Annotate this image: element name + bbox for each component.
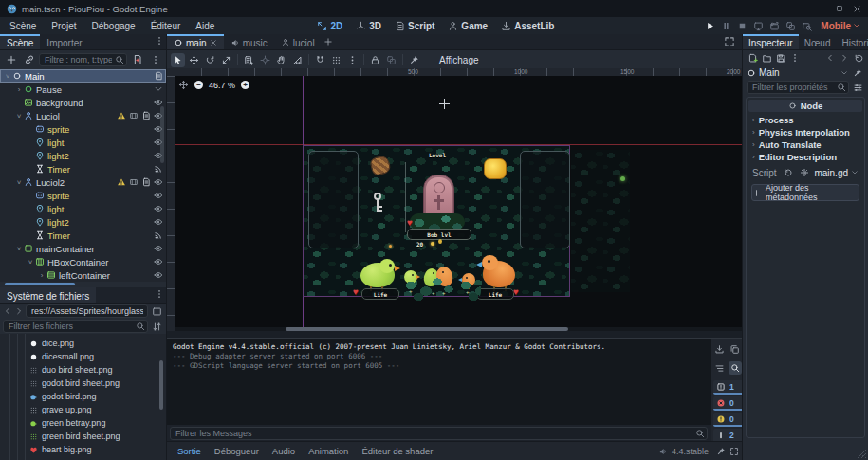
bottom-tab-Animation[interactable]: Animation xyxy=(302,446,355,456)
instance-scene-button[interactable] xyxy=(22,53,36,67)
file-heart big.png[interactable]: heart big.png xyxy=(0,443,166,456)
file-list-scrollbar[interactable] xyxy=(159,360,163,410)
tool-pan-button[interactable] xyxy=(274,53,288,67)
resource-menu-button[interactable] xyxy=(788,51,802,64)
pin-bottom-panel-button[interactable] xyxy=(714,445,728,458)
fs-split-view-button[interactable] xyxy=(150,304,163,318)
tree-row-Timer[interactable]: Timer xyxy=(0,229,166,242)
run-moviemag-button[interactable] xyxy=(800,19,814,32)
workspace-Script[interactable]: Script xyxy=(388,21,441,31)
tool-pinicon-button[interactable] xyxy=(407,53,421,67)
chev-badge-icon[interactable] xyxy=(154,84,163,94)
run-pause-button[interactable] xyxy=(719,19,733,32)
tree-row-light[interactable]: light xyxy=(0,136,166,149)
fs-path-input[interactable] xyxy=(26,304,148,318)
tool-lock-button[interactable] xyxy=(368,53,382,67)
property-tools-button[interactable] xyxy=(851,81,864,94)
property-filter-input[interactable] xyxy=(747,81,849,94)
tree-row-Main[interactable]: ˅ Main xyxy=(0,69,166,83)
tool-grid-button[interactable] xyxy=(329,53,343,67)
message-filter-input[interactable] xyxy=(170,427,708,440)
scene-tab-luciol[interactable]: luciol xyxy=(274,34,322,49)
menu-Scène[interactable]: Scène xyxy=(2,21,44,31)
pan-view-icon[interactable] xyxy=(178,80,189,90)
file-duo bird sheet.png[interactable]: duo bird sheet.png xyxy=(0,363,166,377)
minimize-button[interactable] xyxy=(814,2,831,15)
tree-row-leftContainer[interactable]: › leftContainer xyxy=(0,268,166,282)
workspace-2D[interactable]: 2D xyxy=(310,21,349,31)
scene-tree-hscrollbar[interactable] xyxy=(5,283,75,285)
eye-badge-icon[interactable] xyxy=(154,257,163,267)
pin-object-button[interactable] xyxy=(851,66,864,80)
section-node[interactable]: Node xyxy=(748,100,862,112)
save-resource-button[interactable] xyxy=(774,51,787,64)
tree-row-light2[interactable]: light2 xyxy=(0,215,166,229)
viewport-hscrollbar[interactable] xyxy=(175,327,743,331)
tool-ruler-button[interactable] xyxy=(290,53,305,67)
tree-row-sprite[interactable]: sprite xyxy=(0,189,166,202)
chevron-down-icon[interactable] xyxy=(851,169,859,176)
script-badge-icon[interactable] xyxy=(141,177,151,187)
tool-pivot-button[interactable] xyxy=(258,53,272,67)
eye-badge-icon[interactable] xyxy=(154,244,163,253)
maximize-button[interactable] xyxy=(831,2,848,15)
tool-scale-button[interactable] xyxy=(219,53,233,67)
workspace-Game[interactable]: Game xyxy=(441,21,494,31)
close-tab-icon[interactable] xyxy=(210,39,217,46)
eye-badge-icon[interactable] xyxy=(154,217,163,227)
signal-badge-icon[interactable] xyxy=(154,230,163,240)
scene-tree-menu[interactable] xyxy=(148,53,162,67)
run-target-dropdown[interactable]: Mobile xyxy=(821,21,860,31)
warn-badge-icon[interactable] xyxy=(117,111,126,120)
eye-badge-icon[interactable] xyxy=(154,191,163,200)
window-resize-grip[interactable] xyxy=(857,449,866,458)
add-metadata-button[interactable]: Ajouter des métadonnées xyxy=(751,184,859,201)
property-filter[interactable] xyxy=(747,81,849,94)
history-list-button[interactable] xyxy=(852,51,865,64)
tree-row-Pause[interactable]: › Pause xyxy=(0,83,166,96)
zoom-level[interactable]: 46.7 % xyxy=(209,81,235,90)
run-play-button[interactable] xyxy=(703,19,717,32)
script-undo-button[interactable] xyxy=(782,166,795,179)
load-resource-button[interactable] xyxy=(760,51,773,64)
edited-node-name[interactable]: Main xyxy=(759,67,838,78)
tree-row-mainContainer[interactable]: ˅ mainContainer xyxy=(0,242,166,255)
fs-filter[interactable] xyxy=(3,320,148,333)
scene-tree-vscrollbar[interactable] xyxy=(160,106,164,163)
scene-dock-menu[interactable] xyxy=(153,34,166,47)
warn-badge-icon[interactable] xyxy=(117,177,126,187)
script-badge-icon[interactable] xyxy=(154,71,163,81)
file-green bird sheet.png[interactable]: green bird sheet.png xyxy=(0,430,166,443)
tab-filesystem[interactable]: Système de fichiers xyxy=(0,287,96,303)
tool-snap-button[interactable] xyxy=(313,53,327,67)
collapse-messages-button[interactable] xyxy=(713,361,727,375)
tree-row-light2[interactable]: light2 xyxy=(0,149,166,162)
mute-speaker-icon[interactable] xyxy=(658,447,668,456)
output-filter-msg[interactable]: 1 xyxy=(713,380,746,395)
fs-filter-input[interactable] xyxy=(3,320,148,333)
signal-badge-icon[interactable] xyxy=(154,164,163,174)
history-back-button[interactable] xyxy=(823,51,837,64)
eye-badge-icon[interactable] xyxy=(154,204,163,213)
tree-row-sprite[interactable]: sprite xyxy=(0,122,166,136)
output-console[interactable]: Godot Engine v4.4.stable.official (c) 20… xyxy=(167,338,711,425)
scene-filter[interactable] xyxy=(39,53,127,66)
expand-viewport-button[interactable] xyxy=(723,35,736,48)
file-dice.png[interactable]: dice.png xyxy=(0,337,166,350)
clear-output-button[interactable] xyxy=(713,342,727,356)
tool-listsel-button[interactable] xyxy=(242,53,256,67)
zoom-out-button[interactable]: − xyxy=(194,81,203,89)
bottom-tab-Éditeur de shader[interactable]: Éditeur de shader xyxy=(355,446,439,456)
file-dicesmall.png[interactable]: dicesmall.png xyxy=(0,350,166,363)
menu-Éditeur[interactable]: Éditeur xyxy=(143,21,189,31)
chevron-down-icon[interactable] xyxy=(840,69,848,77)
add-node-button[interactable] xyxy=(4,53,18,67)
scene-tab-music[interactable]: music xyxy=(224,34,274,49)
workspace-AssetLib[interactable]: AssetLib xyxy=(494,21,561,31)
output-filter-wrn[interactable]: 0 xyxy=(713,413,746,427)
file-grave up.png[interactable]: grave up.png xyxy=(0,403,166,416)
script-gear-button[interactable] xyxy=(798,166,811,179)
filesystem-menu[interactable] xyxy=(153,287,166,301)
bottom-tab-Débogueur[interactable]: Débogueur xyxy=(208,446,266,456)
file-green betray.png[interactable]: green betray.png xyxy=(0,416,166,430)
